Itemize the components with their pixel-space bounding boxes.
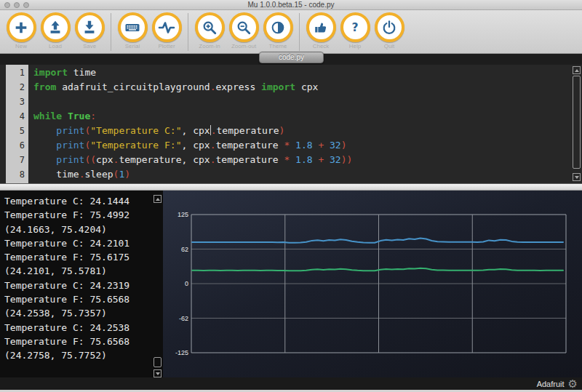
console-line: Temperature C: 24.2538 bbox=[4, 321, 163, 335]
code-token bbox=[324, 154, 330, 165]
code-token: time bbox=[33, 169, 79, 180]
code-line: print("Temperature C:", cpx.temperature) bbox=[33, 124, 352, 138]
code-line: while True: bbox=[33, 109, 352, 124]
toolbar-separator bbox=[299, 13, 300, 51]
tab-bar: code.py bbox=[0, 54, 582, 65]
code-token bbox=[324, 140, 330, 151]
serial-console[interactable]: Temperature C: 24.1444Temperature F: 75.… bbox=[0, 191, 163, 377]
code-token: ) bbox=[341, 140, 347, 151]
console-scrollbar[interactable] bbox=[153, 191, 162, 377]
help-button[interactable]: ? bbox=[340, 12, 370, 42]
code-token bbox=[33, 140, 56, 151]
y-tick-label: 0 bbox=[185, 280, 188, 287]
code-text-area[interactable]: import timefrom adafruit_circuitplaygrou… bbox=[28, 65, 352, 183]
code-token: sleep bbox=[84, 169, 113, 180]
console-line: Temperature C: 24.2101 bbox=[4, 236, 163, 250]
zoom-out-button[interactable] bbox=[229, 12, 259, 42]
new-toolbar-item: New bbox=[4, 12, 38, 49]
console-line: Temperature F: 75.4992 bbox=[4, 208, 163, 222]
line-number: 4 bbox=[6, 109, 25, 124]
zoom-in-button[interactable] bbox=[195, 12, 225, 42]
toolbar: NewLoadSaveSerialPlotterZoom-inZoom-outT… bbox=[0, 10, 582, 54]
load-button-label: Load bbox=[49, 43, 62, 49]
line-number: 1 bbox=[6, 65, 25, 80]
help-button-label: Help bbox=[349, 43, 361, 49]
code-token bbox=[290, 140, 295, 151]
scroll-up-icon[interactable] bbox=[573, 66, 581, 74]
console-line: Temperature C: 24.1444 bbox=[4, 194, 163, 208]
serial-button-label: Serial bbox=[125, 43, 140, 49]
code-line: import time bbox=[33, 65, 352, 80]
load-button[interactable] bbox=[41, 12, 71, 42]
line-number: 2 bbox=[6, 80, 25, 95]
console-line: Temperature C: 24.2319 bbox=[4, 279, 163, 292]
power-icon bbox=[381, 20, 397, 36]
mode-label: Adafruit bbox=[537, 380, 565, 388]
svg-text:?: ? bbox=[351, 21, 358, 34]
console-line: Temperature F: 75.6175 bbox=[4, 250, 163, 264]
y-tick-label: 62 bbox=[181, 246, 188, 253]
code-token: temperature bbox=[216, 125, 279, 136]
pane-splitter[interactable] bbox=[0, 183, 582, 191]
code-token: 32 bbox=[330, 140, 341, 151]
zoom-out-button-label: Zoom-out bbox=[231, 43, 256, 49]
code-token: 1.8 bbox=[295, 140, 312, 151]
close-window-button[interactable] bbox=[4, 2, 10, 8]
quit-toolbar-item: Quit bbox=[372, 12, 406, 49]
code-token: : bbox=[90, 111, 96, 121]
quit-button-label: Quit bbox=[384, 43, 395, 49]
scroll-down-icon[interactable] bbox=[573, 173, 581, 181]
code-token: (( bbox=[84, 154, 96, 165]
code-token: temperature bbox=[119, 154, 181, 165]
theme-button-label: Theme bbox=[269, 43, 287, 49]
series-temperature-f bbox=[192, 238, 563, 242]
help-toolbar-item: ?Help bbox=[338, 12, 372, 49]
minimize-window-button[interactable] bbox=[14, 2, 20, 8]
console-scrollbar-thumb[interactable] bbox=[154, 357, 162, 367]
editor-left-margin bbox=[0, 65, 6, 183]
console-line: Temperature F: 75.6568 bbox=[4, 292, 163, 306]
save-toolbar-item: Save bbox=[73, 12, 106, 49]
new-button[interactable] bbox=[7, 12, 36, 42]
check-button-label: Check bbox=[313, 43, 330, 49]
thumbs-up-icon bbox=[313, 20, 329, 36]
code-token: print bbox=[56, 140, 84, 151]
code-token: print bbox=[56, 154, 84, 165]
line-number: 3 bbox=[6, 95, 25, 109]
contrast-icon bbox=[270, 20, 286, 36]
zoom-in-toolbar-item: Zoom-in bbox=[193, 12, 226, 49]
plotter-pane: 125620-62-125 bbox=[163, 191, 582, 377]
scroll-up-icon[interactable] bbox=[154, 195, 162, 203]
waveform-icon bbox=[158, 19, 175, 36]
line-number: 5 bbox=[6, 124, 25, 138]
line-number: 8 bbox=[6, 167, 25, 182]
code-token: import bbox=[33, 67, 68, 78]
check-toolbar-item: Check bbox=[304, 12, 338, 49]
zoom-window-button[interactable] bbox=[23, 2, 29, 8]
theme-button[interactable] bbox=[263, 12, 293, 42]
tab-code-py[interactable]: code.py bbox=[259, 52, 324, 63]
editor-scrollbar-thumb[interactable] bbox=[573, 76, 581, 169]
new-button-label: New bbox=[15, 43, 27, 49]
code-token: , cpx bbox=[182, 125, 210, 136]
zoom-in-button-label: Zoom-in bbox=[199, 43, 220, 49]
serial-button[interactable] bbox=[118, 12, 148, 42]
code-token: 1.8 bbox=[295, 154, 312, 165]
scroll-down-icon[interactable] bbox=[154, 369, 162, 377]
editor-scrollbar[interactable] bbox=[572, 65, 581, 183]
code-token: "Temperature C:" bbox=[90, 125, 181, 136]
toolbar-separator bbox=[111, 13, 111, 51]
quit-button[interactable] bbox=[375, 12, 404, 42]
code-token: from bbox=[33, 81, 56, 92]
zoom-out-toolbar-item: Zoom-out bbox=[227, 12, 260, 49]
y-tick-label: -125 bbox=[175, 349, 188, 356]
check-button[interactable] bbox=[306, 12, 336, 42]
code-token bbox=[33, 154, 56, 165]
gear-icon[interactable]: ⚙ bbox=[568, 378, 578, 389]
save-button-label: Save bbox=[83, 43, 96, 49]
save-button[interactable] bbox=[75, 12, 105, 42]
code-editor[interactable]: 12345678 import timefrom adafruit_circui… bbox=[0, 65, 582, 183]
code-line: time.sleep(1) bbox=[33, 167, 352, 182]
plotter-button[interactable] bbox=[152, 12, 182, 42]
code-line bbox=[33, 95, 352, 109]
